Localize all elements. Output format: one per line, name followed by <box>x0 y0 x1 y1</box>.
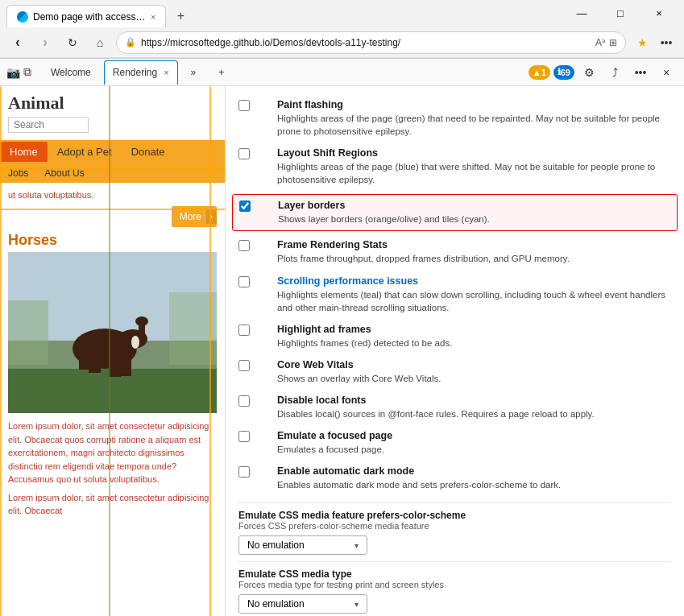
divider-2 <box>238 561 671 562</box>
layout-shift-text: Layout Shift Regions Highlights areas of… <box>277 147 671 186</box>
css-media-type-label: Emulate CSS media type <box>238 568 671 580</box>
devtools-settings-button[interactable]: ⚙ <box>578 61 600 84</box>
site-title: Animal <box>8 93 217 114</box>
url-text: https://microsoftedge.github.io/Demos/de… <box>141 37 591 48</box>
frame-rendering-item: Frame Rendering Stats Plots frame throug… <box>238 234 671 270</box>
highlight-ad-label: Highlight ad frames <box>277 324 452 335</box>
url-bar[interactable]: 🔒 https://microsoftedge.github.io/Demos/… <box>116 31 626 54</box>
svg-point-10 <box>135 316 148 326</box>
focused-page-desc: Emulates a focused page. <box>277 443 392 456</box>
rendering-tab[interactable]: Rendering × <box>104 60 178 85</box>
site-nav: Home Adopt a Pet Donate <box>0 140 225 163</box>
focused-page-checkbox[interactable] <box>238 431 250 442</box>
divider-1 <box>238 502 671 503</box>
site-search-input[interactable] <box>8 117 89 133</box>
highlight-ad-item: Highlight ad frames Highlights frames (r… <box>238 319 671 354</box>
paint-flashing-text: Paint flashing Highlights areas of the p… <box>277 99 671 138</box>
nav-about[interactable]: About Us <box>36 165 92 181</box>
layer-borders-desc: Shows layer borders (orange/olive) and t… <box>278 213 490 225</box>
devtools-tab-strip: 📷 ⧉ Welcome Rendering × » + ▲ 1 ℹ 69 ⚙ ⤴… <box>0 59 684 86</box>
tab-close-button[interactable]: × <box>151 12 155 22</box>
rendering-tab-label: Rendering <box>113 67 157 78</box>
rendering-panel: Paint flashing Highlights areas of the p… <box>226 86 684 616</box>
welcome-tab[interactable]: Welcome <box>41 60 101 85</box>
new-tab-button[interactable]: + <box>169 5 192 27</box>
core-web-vitals-item: Core Web Vitals Shows an overlay with Co… <box>238 354 671 390</box>
main-area: Animal Home Adopt a Pet Donate Jobs Abou… <box>0 86 684 616</box>
css-media-type-value: No emulation <box>247 598 305 610</box>
minimize-button[interactable]: — <box>563 2 600 24</box>
home-button[interactable]: ⌂ <box>89 31 111 54</box>
layer-border-center <box>109 86 110 616</box>
highlight-ad-text: Highlight ad frames Highlights frames (r… <box>277 324 452 349</box>
layer-border-mid <box>0 209 225 210</box>
frame-rendering-checkbox[interactable] <box>238 240 250 251</box>
focused-page-text: Emulate a focused page Emulates a focuse… <box>277 430 392 456</box>
tab-favicon <box>17 11 28 23</box>
scrolling-perf-desc: Highlights elements (teal) that can slow… <box>277 288 671 314</box>
layer-borders-label: Layer borders <box>278 200 490 211</box>
paint-flashing-checkbox[interactable] <box>238 100 250 111</box>
maximize-button[interactable]: □ <box>602 2 639 24</box>
warning-count: 1 <box>541 68 546 77</box>
horse-image <box>8 252 217 413</box>
layer-border-right <box>209 86 211 616</box>
auto-dark-checkbox[interactable] <box>238 466 250 478</box>
css-media-type-sub: Forces media type for testing print and … <box>238 580 671 589</box>
welcome-tab-label: Welcome <box>51 67 91 78</box>
devtools-close-button[interactable]: × <box>655 61 678 84</box>
paint-flashing-label: Paint flashing <box>277 99 671 110</box>
layer-borders-checkbox[interactable] <box>239 201 251 212</box>
favorites-button[interactable]: ★ <box>631 31 653 54</box>
copy-icon[interactable]: ⧉ <box>23 65 31 79</box>
info-count: 69 <box>561 68 570 77</box>
forward-button[interactable]: › <box>34 31 56 54</box>
layer-borders-item: Layer borders Shows layer borders (orang… <box>232 194 678 231</box>
css-media-type-select[interactable]: No emulation ▾ <box>238 594 367 614</box>
devtools-share-button[interactable]: ⤴ <box>603 61 626 84</box>
more-tools-button[interactable]: ••• <box>655 31 678 54</box>
add-tab-button[interactable]: + <box>209 60 234 85</box>
nav-donate[interactable]: Donate <box>122 142 175 162</box>
layout-shift-item: Layout Shift Regions Highlights areas of… <box>238 143 671 191</box>
nav-jobs[interactable]: Jobs <box>0 165 36 181</box>
rendering-tab-close[interactable]: × <box>164 68 168 77</box>
url-actions: Aᵃ ⊞ <box>595 37 617 48</box>
svg-point-11 <box>131 336 139 349</box>
more-tabs-button[interactable]: » <box>181 60 206 85</box>
browser-chrome: Demo page with accessibility iss × + — □… <box>0 0 684 59</box>
disable-fonts-checkbox[interactable] <box>238 395 250 407</box>
reading-view-icon[interactable]: Aᵃ <box>595 37 606 48</box>
split-screen-icon[interactable]: ⊞ <box>609 37 617 48</box>
site-header: Animal <box>0 86 225 140</box>
close-window-button[interactable]: × <box>640 2 678 24</box>
core-web-vitals-checkbox[interactable] <box>238 360 250 371</box>
paint-flashing-desc: Highlights areas of the page (green) tha… <box>277 112 671 138</box>
scrolling-perf-checkbox[interactable] <box>238 276 250 287</box>
screenshot-icon[interactable]: 📷 <box>6 66 20 79</box>
css-color-scheme-arrow: ▾ <box>354 541 359 550</box>
paint-flashing-item: Paint flashing Highlights areas of the p… <box>238 94 671 143</box>
horses-section-title: Horses <box>8 232 217 249</box>
warning-badge: ▲ 1 <box>529 65 550 80</box>
auto-dark-item: Enable automatic dark mode Enables autom… <box>238 461 671 496</box>
auto-dark-text: Enable automatic dark mode Enables autom… <box>277 465 561 491</box>
css-color-scheme-select[interactable]: No emulation ▾ <box>238 535 367 555</box>
highlight-ad-checkbox[interactable] <box>238 325 250 336</box>
refresh-button[interactable]: ↻ <box>61 31 84 54</box>
site-search <box>8 117 217 133</box>
website-preview: Animal Home Adopt a Pet Donate Jobs Abou… <box>0 86 226 616</box>
css-color-scheme-sub: Forces CSS prefers-color-scheme media fe… <box>238 521 671 531</box>
devtools-more-button[interactable]: ••• <box>629 61 652 84</box>
layout-shift-checkbox[interactable] <box>238 148 250 159</box>
disable-fonts-item: Disable local fonts Disables local() sou… <box>238 390 671 425</box>
scrolling-perf-label: Scrolling performance issues <box>277 275 671 287</box>
warning-icon: ▲ <box>533 68 541 77</box>
active-tab[interactable]: Demo page with accessibility iss × <box>6 5 166 27</box>
disable-fonts-label: Disable local fonts <box>277 395 595 406</box>
nav-home[interactable]: Home <box>0 142 48 162</box>
svg-rect-12 <box>8 300 48 365</box>
back-button[interactable]: ‹ <box>6 31 29 54</box>
lorem-bottom: Lorem ipsum dolor, sit amet consectetur … <box>8 491 217 518</box>
more-button-label: More <box>180 211 201 222</box>
